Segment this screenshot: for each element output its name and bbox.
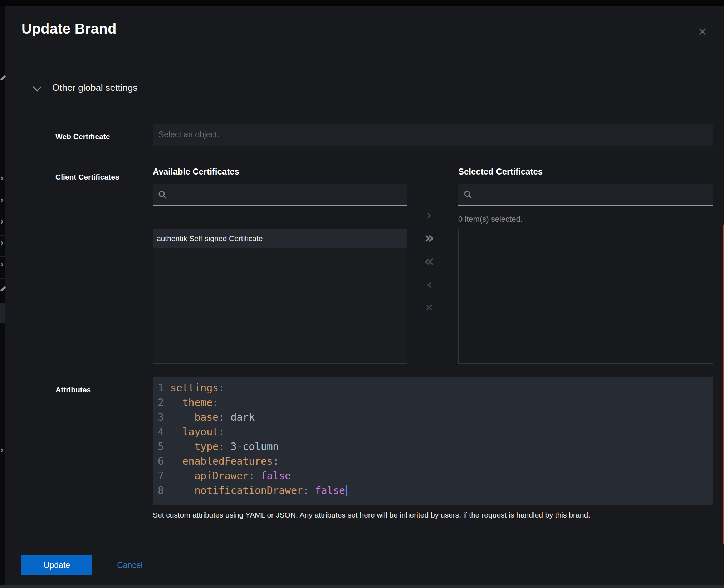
sidebar-divider	[0, 235, 5, 236]
line-number: 7	[153, 469, 170, 483]
background-sidebar-strip	[0, 6, 5, 588]
sidebar-chevron-icon-fragment: ›	[0, 238, 3, 247]
bottom-edge-strip	[0, 585, 724, 588]
line-number: 6	[153, 454, 170, 469]
sidebar-active-row-fragment	[0, 303, 5, 323]
section-label: Other global settings	[52, 82, 137, 93]
attributes-label: Attributes	[55, 386, 91, 394]
add-all-button[interactable]: »	[418, 229, 441, 246]
sidebar-divider	[0, 214, 5, 214]
selected-search-box[interactable]	[458, 184, 713, 206]
code-line: 2 theme:	[153, 395, 713, 410]
web-certificate-label: Web Certificate	[55, 132, 110, 141]
sidebar-chevron-icon-fragment: ›	[0, 217, 3, 226]
modal-title: Update Brand	[21, 21, 117, 37]
section-toggle-other-global-settings[interactable]: Other global settings	[33, 82, 137, 93]
code-line: 6 enabledFeatures:	[153, 454, 713, 469]
sidebar-chevron-icon-fragment: ›	[0, 445, 3, 454]
cancel-button[interactable]: Cancel	[96, 555, 164, 575]
search-icon	[464, 190, 472, 199]
code-line: 3 base: dark	[153, 410, 713, 425]
selected-count-status: 0 item(s) selected.	[458, 215, 523, 224]
code-line: 8 notificationDrawer: false	[153, 483, 713, 498]
remove-all-button[interactable]: «	[418, 253, 441, 270]
sidebar-chevron-icon-fragment: ›	[0, 173, 3, 182]
selected-search-input[interactable]	[476, 190, 708, 200]
line-number: 8	[153, 483, 170, 498]
line-number: 4	[153, 425, 170, 439]
sidebar-chevron-icon-fragment: ›	[0, 195, 3, 204]
sidebar-divider	[0, 256, 5, 257]
selected-certificates-heading: Selected Certificates	[458, 167, 543, 177]
selected-certificates-list[interactable]	[458, 229, 713, 364]
available-search-input[interactable]	[171, 190, 402, 200]
line-number: 2	[153, 395, 170, 410]
available-search-box[interactable]	[153, 184, 407, 206]
chevron-down-icon	[33, 82, 41, 91]
line-number: 1	[153, 381, 170, 395]
text-cursor	[346, 485, 347, 496]
attributes-help-text: Set custom attributes using YAML or JSON…	[153, 511, 696, 519]
update-button[interactable]: Update	[21, 555, 92, 575]
add-selected-button[interactable]: ›	[418, 206, 441, 224]
client-certificates-label: Client Certificates	[55, 173, 119, 181]
sidebar-divider	[0, 278, 5, 279]
code-line: 5 type: 3-column	[153, 439, 713, 454]
attributes-code-editor[interactable]: 1settings:2 theme:3 base: dark4 layout:5…	[153, 377, 713, 505]
code-line: 4 layout:	[153, 425, 713, 439]
remove-selected-button[interactable]: ‹	[418, 276, 441, 293]
code-line: 7 apiDrawer: false	[153, 469, 713, 483]
search-icon	[158, 190, 167, 199]
close-icon[interactable]: ✕	[693, 24, 712, 40]
sidebar-chevron-icon-fragment: ›	[0, 260, 3, 269]
sidebar-divider	[0, 192, 5, 192]
web-certificate-select[interactable]: Select an object.	[153, 124, 713, 146]
code-line: 1settings:	[153, 381, 713, 395]
clear-selection-icon[interactable]: ✕	[418, 299, 441, 317]
update-brand-modal-screen: › › › › › › Update Brand ✕ Other global …	[0, 0, 724, 588]
line-number: 3	[153, 410, 170, 425]
available-certificates-heading: Available Certificates	[153, 167, 239, 177]
line-number: 5	[153, 439, 170, 454]
top-edge-strip	[0, 0, 724, 6]
certificate-list-item[interactable]: authentik Self-signed Certificate	[153, 229, 407, 248]
sidebar-divider	[0, 172, 5, 172]
web-certificate-placeholder: Select an object.	[158, 130, 219, 139]
available-certificates-list[interactable]: authentik Self-signed Certificate	[153, 229, 407, 364]
